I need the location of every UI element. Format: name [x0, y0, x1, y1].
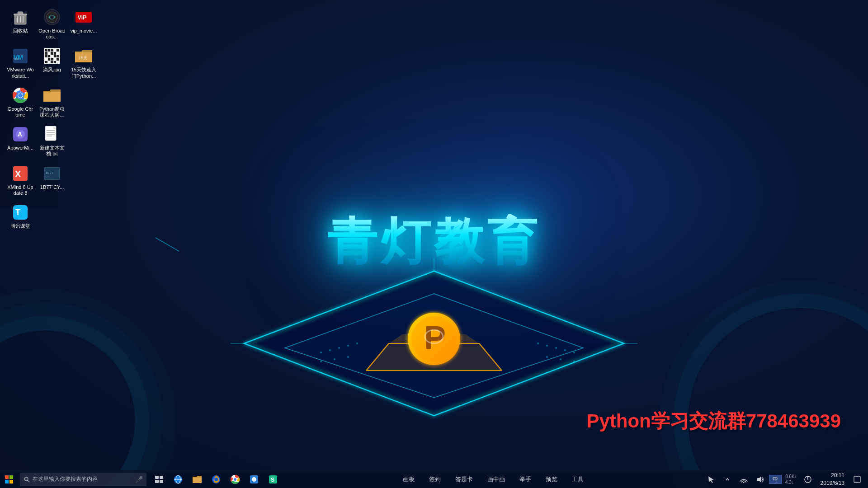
svg-point-50 [18, 93, 23, 98]
obs-icon [43, 8, 61, 26]
power-icon[interactable] [801, 470, 815, 488]
svg-point-83 [214, 478, 218, 481]
firefox-icon[interactable] [207, 470, 225, 488]
python-folder-label: 15天快速入门Python... [70, 67, 98, 79]
svg-rect-94 [854, 476, 860, 483]
toolbar-yulan[interactable]: 预览 [538, 470, 565, 488]
svg-point-14 [347, 345, 349, 347]
app6-icon[interactable]: S [264, 470, 282, 488]
svg-text:X: X [15, 169, 21, 179]
toolbar-jushou[interactable]: 举手 [512, 470, 538, 488]
taskbar-clock[interactable]: 20:11 2019/6/13 [817, 472, 848, 487]
network-speed: 3.6K↑ 4.3↓ [783, 474, 799, 485]
desktop-icon-txt[interactable]: 新建文本文档.txt [36, 122, 68, 160]
apowermirror-icon: A [11, 125, 29, 143]
icon-row-2: Google Chrome Python爬虫课程大纲... [5, 83, 99, 122]
taskbar-search-placeholder: 在这里输入你要搜索的内容 [33, 475, 98, 483]
1b77-label: 1B77`CY... [40, 184, 64, 190]
svg-point-19 [564, 349, 566, 351]
txt-label: 新建文本文档.txt [38, 145, 66, 157]
ime-indicator[interactable]: 中 [769, 475, 782, 484]
svg-rect-32 [18, 12, 23, 14]
svg-text:T: T [15, 208, 20, 217]
toolbar-datika[interactable]: 答题卡 [448, 470, 480, 488]
network-icon[interactable] [736, 470, 751, 488]
search-icon [24, 476, 30, 483]
cursor-icon[interactable] [704, 470, 718, 488]
svg-text:1B77: 1B77 [45, 171, 54, 175]
desktop-icon-spider-folder[interactable]: Python爬虫课程大纲... [36, 83, 68, 122]
toolbar-gongju[interactable]: 工具 [565, 470, 591, 488]
recycle-icon [11, 8, 29, 26]
desktop-icons-area: 回收站 Open Broadcas... [5, 5, 99, 233]
obs-label: Open Broadcas... [38, 28, 66, 40]
volume-icon[interactable] [753, 470, 767, 488]
file-explorer-icon[interactable] [188, 470, 206, 488]
svg-point-17 [546, 345, 548, 347]
qrcode-label: 滴风.jpg [43, 67, 61, 73]
toolbar-qiandao[interactable]: 签到 [422, 470, 448, 488]
show-hidden-icons[interactable] [720, 470, 735, 488]
svg-point-12 [329, 349, 331, 351]
notification-button[interactable] [850, 470, 864, 488]
icon-row-3: A ApowerMi... 新建文本文档.txt [5, 122, 99, 160]
app5-icon[interactable] [245, 470, 263, 488]
download-speed: 4.3↓ [785, 479, 797, 485]
xmind-icon: X [11, 164, 29, 183]
watermark-text: Python学习交流群778463939 [586, 408, 841, 434]
svg-line-73 [28, 480, 29, 482]
desktop-icon-tencent-class[interactable]: T 腾讯课堂 [5, 200, 36, 233]
svg-point-23 [347, 356, 349, 358]
start-button[interactable] [0, 470, 18, 488]
svg-point-18 [555, 347, 557, 349]
desktop-icon-obs[interactable]: Open Broadcas... [36, 5, 68, 43]
toolbar-huaban[interactable]: 画板 [396, 470, 422, 488]
svg-text:ware: ware [13, 56, 22, 61]
svg-point-15 [356, 343, 358, 344]
svg-rect-68 [5, 475, 9, 479]
svg-point-20 [573, 352, 575, 353]
desktop-icon-recycle[interactable]: 回收站 [5, 5, 36, 43]
svg-rect-75 [160, 476, 163, 479]
svg-text:S: S [271, 477, 274, 483]
upload-speed: 3.6K↑ [785, 474, 797, 479]
svg-point-13 [338, 347, 340, 349]
toolbar-huazhonghua[interactable]: 画中画 [480, 470, 512, 488]
apowermirror-label: ApowerMi... [7, 145, 33, 151]
vmware-icon: VM ware [11, 47, 29, 65]
svg-point-26 [573, 361, 575, 362]
qrcode-icon [43, 47, 61, 65]
platform-hologram: P [231, 253, 637, 434]
svg-point-11 [320, 352, 322, 353]
spider-folder-label: Python爬虫课程大纲... [38, 106, 66, 118]
taskbar: 在这里输入你要搜索的内容 🎤 [0, 470, 868, 488]
clock-date: 2019/6/13 [821, 479, 844, 487]
svg-rect-71 [9, 480, 13, 483]
svg-rect-70 [5, 480, 9, 483]
desktop-icon-1b77[interactable]: 1B77 CY... 1B77`CY... [36, 161, 68, 200]
desktop-icon-vmware[interactable]: VM ware VMware Workstati... [5, 43, 36, 82]
svg-rect-51 [43, 92, 61, 102]
python-folder-icon: 15天 [75, 47, 93, 65]
icon-row-1: VM ware VMware Workstati... [5, 43, 99, 82]
svg-text:CY...: CY... [45, 175, 51, 178]
desktop-icon-python-folder[interactable]: 15天 15天快速入门Python... [68, 43, 99, 82]
desktop: 青灯教育 [0, 0, 868, 488]
svg-point-86 [234, 478, 236, 481]
desktop-icon-xmind[interactable]: X XMind 8 Update 8 [5, 161, 36, 200]
svg-point-16 [537, 343, 539, 344]
task-view-button[interactable] [150, 470, 168, 488]
desktop-icon-qrcode[interactable]: 滴风.jpg [36, 43, 68, 82]
taskbar-search[interactable]: 在这里输入你要搜索的内容 🎤 [20, 473, 146, 486]
desktop-icon-apowermirror[interactable]: A ApowerMi... [5, 122, 36, 160]
chrome-taskbar-icon[interactable] [226, 470, 244, 488]
desktop-icon-chrome[interactable]: Google Chrome [5, 83, 36, 122]
svg-point-22 [334, 358, 335, 360]
svg-text:VIP: VIP [78, 14, 86, 21]
svg-rect-74 [155, 476, 159, 479]
desktop-icon-vip-movie[interactable]: VIP vip_movie... [68, 5, 99, 43]
taskbar-right-area: 中 3.6K↑ 4.3↓ 20:11 2019/6/13 [704, 470, 868, 488]
ie-icon[interactable] [169, 470, 187, 488]
icon-row-5: T 腾讯课堂 [5, 200, 99, 233]
svg-text:A: A [18, 131, 22, 138]
